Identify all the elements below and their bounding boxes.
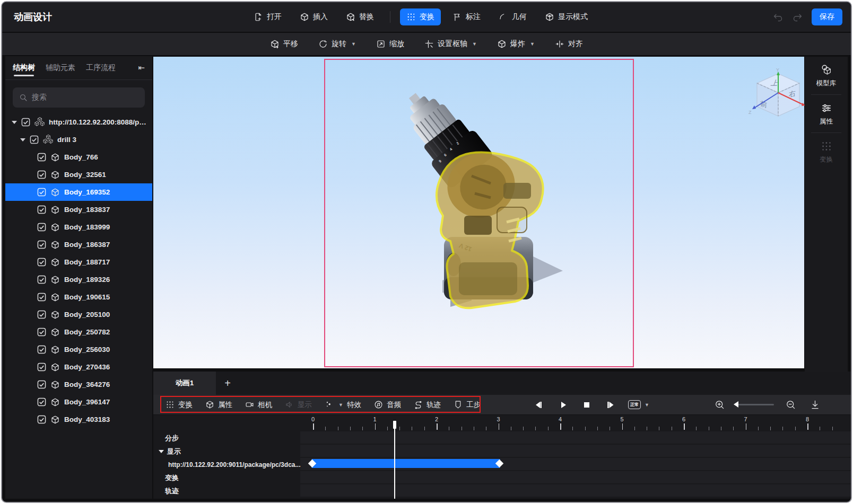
tree-row-assembly[interactable]: drill 3 xyxy=(5,131,152,148)
checkbox-checked-icon[interactable] xyxy=(37,328,46,337)
track-steps[interactable] xyxy=(300,431,852,444)
checkbox-checked-icon[interactable] xyxy=(37,153,46,162)
rotate-button[interactable]: 旋转▼ xyxy=(312,36,362,52)
tl-work-step-button[interactable]: 工步 xyxy=(449,397,485,413)
expand-arrow-icon[interactable] xyxy=(12,121,17,124)
rotate-dropdown-caret[interactable]: ▼ xyxy=(351,41,356,47)
properties-button[interactable]: 属性 xyxy=(805,95,848,132)
animation-tab[interactable]: 动画1 xyxy=(153,372,216,395)
tree-row-body[interactable]: Body_396147 xyxy=(5,393,152,411)
tree-row-body[interactable]: Body_250782 xyxy=(5,323,152,341)
transform-mode-button[interactable]: 变换 xyxy=(400,8,441,25)
playhead-handle[interactable] xyxy=(393,421,396,429)
viewport-3d[interactable]: 12 V xyxy=(153,57,804,368)
checkbox-checked-icon[interactable] xyxy=(30,135,39,144)
pan-button[interactable]: 平移 xyxy=(264,36,304,52)
tree-row-body[interactable]: Body_183999 xyxy=(5,218,152,236)
checkbox-checked-icon[interactable] xyxy=(37,415,46,424)
search-input[interactable]: 搜索 xyxy=(13,87,145,108)
step-back-button[interactable] xyxy=(533,395,544,414)
tree-row-body[interactable]: Body_32561 xyxy=(5,166,152,183)
undo-icon[interactable] xyxy=(772,12,784,23)
set-pivot-button[interactable]: 设置枢轴▼ xyxy=(418,36,483,52)
checkbox-checked-icon[interactable] xyxy=(37,362,46,372)
checkbox-checked-icon[interactable] xyxy=(37,397,46,406)
timeline-zoom-slider[interactable] xyxy=(735,404,774,405)
checkbox-checked-icon[interactable] xyxy=(37,275,46,284)
redo-icon[interactable] xyxy=(792,12,803,23)
play-mode-selector[interactable]: 正常 ▼ xyxy=(628,395,649,414)
tree-row-body[interactable]: Body_364276 xyxy=(5,376,152,393)
scale-button[interactable]: 缩放 xyxy=(370,36,411,52)
checkbox-checked-icon[interactable] xyxy=(37,188,46,197)
tl-trajectory-button[interactable]: 轨迹 xyxy=(409,397,446,413)
tl-transform-button[interactable]: 变换 xyxy=(161,397,197,413)
play-button[interactable] xyxy=(558,395,569,414)
tree-row-body[interactable]: Body_169352 xyxy=(5,183,152,201)
playhead[interactable] xyxy=(394,421,395,499)
tab-structure-tree[interactable]: 结构树 xyxy=(13,56,35,79)
tree-row-body[interactable]: Body_190615 xyxy=(5,288,152,306)
effects-dropdown-caret[interactable]: ▼ xyxy=(338,402,343,408)
tl-effects-button[interactable]: ▼ 特效 xyxy=(320,397,366,413)
tl-camera-button[interactable]: 相机 xyxy=(240,397,277,413)
tree-row-root[interactable]: http://10.122.92.200:8088/pack... xyxy=(5,113,152,131)
checkbox-checked-icon[interactable] xyxy=(37,240,46,249)
timeline-zoom-out-button[interactable] xyxy=(786,395,796,414)
geometry-button[interactable]: 几何 xyxy=(492,8,533,25)
ruler-minor-tick xyxy=(659,427,659,430)
explode-dropdown-caret[interactable]: ▼ xyxy=(530,41,535,47)
tree-row-body[interactable]: Body_766 xyxy=(5,148,152,166)
display-clip-bar[interactable] xyxy=(311,459,500,468)
explode-button[interactable]: 爆炸▼ xyxy=(491,36,541,52)
display-mode-button[interactable]: 显示模式 xyxy=(538,8,594,25)
model-library-button[interactable]: 模型库 xyxy=(805,57,848,94)
tree-row-body[interactable]: Body_256030 xyxy=(5,341,152,358)
tree-row-body[interactable]: Body_183837 xyxy=(5,201,152,218)
tl-audio-button[interactable]: 音频 xyxy=(369,397,406,413)
save-button[interactable]: 保存 xyxy=(812,8,842,25)
checkbox-checked-icon[interactable] xyxy=(37,258,46,267)
tab-process-flow[interactable]: 工序流程 xyxy=(86,56,116,79)
collapse-sidebar-icon[interactable]: ⇤ xyxy=(138,63,145,73)
ruler-minor-tick xyxy=(535,427,536,430)
replace-button[interactable]: 替换 xyxy=(340,8,380,25)
track-display[interactable] xyxy=(300,445,852,457)
stop-button[interactable] xyxy=(581,395,592,414)
track-trajectory[interactable] xyxy=(300,484,852,497)
tree-row-body[interactable]: Body_188717 xyxy=(5,253,152,271)
tree-row-body[interactable]: Body_270436 xyxy=(5,358,152,376)
tree-row-body[interactable]: Body_186387 xyxy=(5,236,152,253)
tree-row-body[interactable]: Body_403183 xyxy=(5,411,152,428)
view-cube[interactable]: 上 前 右 Y Z X xyxy=(746,67,810,123)
ruler-minor-tick xyxy=(572,427,573,430)
checkbox-checked-icon[interactable] xyxy=(37,170,46,179)
export-button[interactable] xyxy=(810,395,820,414)
checkbox-checked-icon[interactable] xyxy=(37,310,46,319)
checkbox-checked-icon[interactable] xyxy=(21,118,30,127)
annotate-button[interactable]: 标注 xyxy=(446,8,487,25)
checkbox-checked-icon[interactable] xyxy=(37,380,46,389)
add-animation-tab-button[interactable]: + xyxy=(216,372,239,395)
checkbox-checked-icon[interactable] xyxy=(37,223,46,232)
track-transform[interactable] xyxy=(300,471,852,483)
open-button[interactable]: 打开 xyxy=(247,8,288,25)
tab-auxiliary-elements[interactable]: 辅助元素 xyxy=(46,56,75,79)
collapse-row-icon[interactable] xyxy=(159,450,164,453)
selected-part-highlight[interactable] xyxy=(437,144,543,308)
step-forward-button[interactable] xyxy=(605,395,616,414)
timeline-ruler[interactable]: 012345678 xyxy=(153,414,852,430)
checkbox-checked-icon[interactable] xyxy=(37,345,46,354)
checkbox-checked-icon[interactable] xyxy=(37,293,46,302)
set-pivot-dropdown-caret[interactable]: ▼ xyxy=(472,41,477,47)
expand-arrow-icon[interactable] xyxy=(20,138,25,142)
slider-thumb[interactable] xyxy=(734,401,738,408)
drill-model[interactable]: 12 V xyxy=(153,57,804,368)
checkbox-checked-icon[interactable] xyxy=(37,205,46,214)
tree-row-body[interactable]: Body_205100 xyxy=(5,306,152,323)
align-button[interactable]: 对齐 xyxy=(549,36,589,52)
timeline-zoom-in-button[interactable] xyxy=(715,395,725,414)
tree-row-body[interactable]: Body_189326 xyxy=(5,271,152,288)
insert-button[interactable]: 插入 xyxy=(293,8,334,25)
tl-properties-button[interactable]: 属性 xyxy=(201,397,237,413)
